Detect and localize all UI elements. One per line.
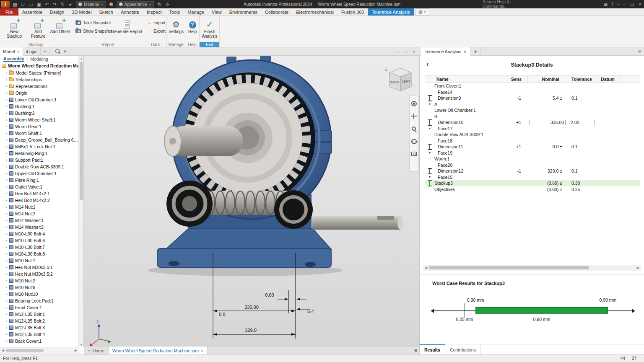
expander-icon[interactable]: +: [5, 299, 9, 303]
expander-icon[interactable]: +: [5, 225, 9, 229]
new-file-icon[interactable]: □: [19, 1, 27, 8]
browser-menu-icon[interactable]: ≡: [61, 47, 68, 56]
ribbon-tab-electromechanical[interactable]: Electromechanical: [292, 8, 338, 16]
tree-item[interactable]: +Back Cover:1: [0, 338, 79, 344]
add-feature-button[interactable]: + Add Feature: [27, 18, 49, 39]
tree-item[interactable]: +Worm Wheel Shaft:1: [0, 116, 79, 123]
tab-contributions[interactable]: Contributions: [445, 344, 481, 355]
stackup-row-dimension11[interactable]: Dimension11+10.0 ±0.1: [425, 144, 640, 150]
update-icon[interactable]: ↻: [59, 1, 67, 8]
tree-item[interactable]: +Hex Nut M30x3,5:2: [0, 271, 79, 277]
tree-item[interactable]: +Hex Nut M30x3,5:1: [0, 264, 79, 271]
tree-item[interactable]: +Worm Gear:1: [0, 123, 79, 130]
tree-item[interactable]: +M12-L35 Bolt:1: [0, 311, 79, 318]
stackup-row-dimension12[interactable]: Dimension12-1329.0 ±0.1: [425, 168, 640, 174]
ribbon-tab-manage[interactable]: Manage: [184, 8, 208, 16]
tree-root[interactable]: Worm Wheel Speed Reduction Machine: [0, 62, 79, 69]
import-button[interactable]: → Import: [147, 19, 165, 26]
expander-icon[interactable]: +: [5, 118, 9, 122]
close-icon[interactable]: ×: [17, 49, 20, 54]
settings-button[interactable]: ⚙ Settings: [168, 18, 184, 34]
panel-horizontal-scrollbar[interactable]: ◀ ▶: [423, 265, 641, 271]
expander-icon[interactable]: +: [5, 172, 9, 176]
nominal-input[interactable]: 335.00: [530, 120, 566, 125]
add-panel-tab-button[interactable]: +: [470, 47, 481, 56]
close-button[interactable]: ×: [636, 0, 644, 8]
expander-icon[interactable]: +: [5, 246, 9, 249]
viewcube[interactable]: ⌂ BACK LEFT: [384, 65, 417, 95]
color-sphere-icon[interactable]: [107, 1, 115, 8]
stackup-row-double-row-acb-3309-1[interactable]: Double Row ACB-3309:1: [425, 132, 640, 138]
tree-item[interactable]: +Bushing:1: [0, 103, 79, 110]
stackup-row-objectives[interactable]: Objectives(0.60) ≥0.25: [425, 186, 640, 193]
tree-item[interactable]: +Outlet Valve:1: [0, 184, 79, 190]
tree-item[interactable]: +M14 Nut:2: [0, 210, 79, 217]
tab-results[interactable]: Results: [420, 344, 445, 355]
doc-tabs-menu-icon[interactable]: ≡: [412, 346, 419, 354]
ribbon-tab-sketch[interactable]: Sketch: [95, 8, 117, 16]
tab-model[interactable]: Model ×: [0, 47, 23, 56]
take-snapshot-button[interactable]: Take Snapshot: [75, 19, 111, 26]
tree-item[interactable]: +Relationships: [0, 76, 79, 83]
tab-assembly[interactable]: Assembly: [3, 56, 24, 62]
tree-item[interactable]: +Lower Oil Chamber:1: [0, 96, 79, 103]
expander-icon[interactable]: +: [5, 219, 9, 222]
stackup-row-dimension10[interactable]: Dimension10+1335.002.00: [425, 119, 640, 126]
stackup-row-stackup3[interactable]: Stackup3(0.60) ≥0.30: [425, 180, 640, 186]
stackup-row-worm-1[interactable]: Worm:1: [425, 156, 640, 162]
tab-ilogic[interactable]: iLogic: [23, 47, 41, 56]
add-offset-button[interactable]: + Add Offset: [49, 18, 70, 34]
pan-hand-icon[interactable]: [410, 112, 418, 120]
browser-horizontal-scrollbar[interactable]: ◀ ▶: [0, 347, 79, 354]
expander-icon[interactable]: +: [5, 138, 9, 142]
tab-home[interactable]: ⌂ Home: [84, 346, 109, 354]
save-icon[interactable]: ▣: [35, 1, 43, 8]
tree-item[interactable]: +M14 Nut:1: [0, 204, 79, 210]
ribbon-tab-fusion-360[interactable]: Fusion 360: [338, 8, 368, 16]
tolerance-input[interactable]: 2.00: [569, 120, 595, 125]
scrollbar-thumb[interactable]: [80, 62, 83, 200]
maximize-button[interactable]: □: [628, 0, 636, 8]
ribbon-tab-assemble[interactable]: Assemble: [18, 8, 46, 16]
stackup-row-face15[interactable]: ▼Face15: [425, 174, 640, 181]
expander-icon[interactable]: +: [5, 333, 9, 336]
tree-item[interactable]: +Origin: [0, 90, 79, 96]
generate-report-button[interactable]: Generate Report: [111, 18, 143, 34]
scroll-left-icon[interactable]: ◀: [423, 266, 429, 270]
tree-item[interactable]: +M10-L30 Bolt:8: [0, 251, 79, 257]
tree-item[interactable]: +Model States: [Primary]: [0, 70, 79, 76]
tree-item[interactable]: +M10 Nut:9: [0, 284, 79, 291]
expander-icon[interactable]: +: [5, 125, 9, 129]
tree-item[interactable]: +M12-L35 Bolt:2: [0, 318, 79, 324]
expander-icon[interactable]: +: [5, 272, 9, 276]
help-button[interactable]: ? Help: [186, 18, 199, 34]
material-dropdown[interactable]: Material ▼: [76, 1, 106, 8]
expander-icon[interactable]: +: [5, 199, 9, 202]
tree-item[interactable]: +Bearing Lock Pad:1: [0, 297, 79, 304]
search-input[interactable]: Search Help & Commands...: [479, 1, 532, 7]
tab-tolerance-analysis[interactable]: Tolerance Analysis ×: [421, 47, 470, 56]
expander-icon[interactable]: +: [5, 319, 9, 323]
expander-icon[interactable]: +: [5, 326, 9, 330]
expander-icon[interactable]: +: [5, 178, 9, 182]
select-icon[interactable]: ▸: [67, 1, 75, 8]
tree-item[interactable]: +M10 Nut:10: [0, 291, 79, 297]
tree-item[interactable]: +M12-L35 Bolt:3: [0, 324, 79, 331]
close-icon[interactable]: ×: [464, 49, 466, 54]
expander-icon[interactable]: +: [5, 85, 9, 88]
expander-icon[interactable]: +: [5, 212, 9, 216]
stackup-row-dimension9[interactable]: Dimension9-15.4 ±0.1: [425, 95, 640, 101]
doc-minimize-button[interactable]: –: [393, 47, 402, 56]
scroll-up-icon[interactable]: ▲: [79, 56, 84, 61]
stackup-row-front-cover-1[interactable]: Front Cover:1: [425, 83, 640, 89]
app-menu-icon[interactable]: ▤: [11, 1, 19, 8]
chevron-down-icon[interactable]: ▼: [617, 3, 620, 6]
expander-icon[interactable]: +: [5, 91, 9, 95]
scroll-left-icon[interactable]: ◀: [0, 349, 6, 352]
panel-menu-icon[interactable]: ≡: [636, 47, 643, 55]
tree-item[interactable]: +Upper Oil Chamber:1: [0, 170, 79, 177]
undo-icon[interactable]: ↶: [43, 1, 51, 8]
export-button[interactable]: → Export: [147, 28, 166, 34]
tree-item[interactable]: +Double Row ACB-3309:1: [0, 163, 79, 170]
ribbon-tab-3d-model[interactable]: 3D Model: [68, 8, 95, 16]
